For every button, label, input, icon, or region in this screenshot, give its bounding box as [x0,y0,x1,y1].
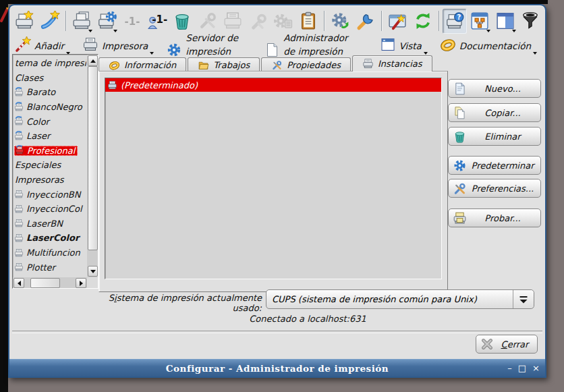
scroll-right-button[interactable] [76,278,86,288]
scroll-down-button[interactable] [88,266,98,277]
tools-icon [271,59,283,71]
printer-icon [14,262,25,272]
sidebar-item-label: InyeccionCol [26,204,82,214]
printer-photo-icon [82,36,98,53]
toolbar-button-add-printer-wizard[interactable] [12,9,36,34]
toolbar-button-printer-settings[interactable] [94,9,119,34]
new-document-icon [453,82,467,96]
filter-icon [520,11,540,31]
toolbar-separator [65,11,66,31]
minimize-button[interactable]: – [507,364,512,372]
scroll-up-button[interactable] [88,55,98,66]
footer-separator [12,331,542,333]
sidebar-item-plotter[interactable]: Plotter [14,260,86,275]
instance-row-predeterminado[interactable]: (Predeterminado) [105,78,441,92]
toolbar-button-refresh[interactable] [410,9,434,34]
printer-tree[interactable]: tema de impresiónClases Barato BlancoNeg… [12,54,98,289]
action-button-probar[interactable]: Probar... [448,208,541,227]
sidebar-item-impresoras[interactable]: Impresoras [14,173,86,188]
toolbar-button-filter[interactable] [518,9,542,34]
tab-label: Información [124,60,176,70]
menu-documentacion[interactable]: Documentación [440,36,542,54]
column-view-icon [495,11,515,31]
sidebar-item-blanconegro[interactable]: BlancoNegro [14,100,86,115]
close-dialog-button[interactable]: Cerrar [476,335,538,354]
sidebar-item-label: Especiales [15,160,61,170]
copy-icon [453,106,467,120]
sidebar-item-label: Color [26,117,49,127]
action-button-eliminar[interactable]: Eliminar [448,127,541,146]
window-titlebar[interactable]: Configurar - Administrador de impresión … [9,359,545,376]
close-x-icon [480,337,497,351]
tab-propiedades[interactable]: Propiedades [261,57,351,72]
tab-instancias[interactable]: Instancias [352,55,432,72]
backdrop-left [0,0,8,392]
action-button-predeterminar[interactable]: Predeterminar [448,156,541,175]
horizontal-scroll-thumb[interactable] [30,278,60,288]
menu-anadir[interactable]: Añadir [15,36,76,54]
print-system-combobox[interactable]: CUPS (sistema de impresión común para Un… [266,289,534,309]
menu-caret-icon [424,52,428,55]
button-label: Preferencias... [469,184,536,194]
sidebar-item-label: Barato [26,87,55,97]
action-button-copiar[interactable]: Copiar... [448,103,541,122]
tab-label: Instancias [378,59,422,69]
tab-label: Trabajos [213,60,250,70]
printer-class-icon [14,117,25,126]
combobox-dropdown-button[interactable] [513,290,534,308]
scroll-left-button[interactable] [13,278,24,288]
configure-server-icon [330,11,350,31]
sidebar-horizontal-scrollbar[interactable] [13,277,87,288]
sidebar-item-label: Impresoras [15,175,64,185]
toolbar-button-add-special-printer[interactable] [37,9,61,34]
toolbar-separator [324,11,325,31]
sidebar-item-color[interactable]: Color [14,114,86,129]
sidebar-item-barato[interactable]: Barato [14,85,86,100]
sidebar-item-clases[interactable]: Clases [14,71,86,86]
toolbar-button-column-view[interactable] [492,9,517,34]
menu-caret-icon [150,52,154,55]
sidebar-item-inyeccionbn[interactable]: InyeccionBN [14,187,86,202]
maximize-button[interactable]: □ [518,364,526,372]
svg-text:-1-: -1- [124,16,140,28]
menu-vista[interactable]: Vista [380,36,433,54]
close-button[interactable]: × [532,364,540,372]
combo-arrow-icon [518,295,529,304]
action-button-nuevo[interactable]: Nuevo... [448,79,541,98]
tab-informacion[interactable]: Información [98,57,186,72]
instances-list[interactable]: (Predeterminado) [105,78,442,279]
printer-icon [14,219,25,228]
sidebar-item-label: InyeccionBN [26,190,81,200]
sidebar-item-label: Clases [15,73,43,83]
tab-label: Propiedades [287,60,341,70]
action-button-preferencias[interactable]: Preferencias... [448,179,541,198]
sidebar-item-multifuncion[interactable]: Multifuncion [14,246,86,260]
toolbar-button-print-documents[interactable] [69,9,94,34]
menu-impresora[interactable]: Impresora [82,36,159,54]
lifesaver-icon [109,59,120,71]
refresh-icon [413,11,433,31]
tools-icon [453,181,467,196]
printer-class-icon [14,88,25,97]
toolbar-button-tree-view[interactable] [468,9,492,34]
window-controls: –□× [507,360,540,376]
sidebar-item-tema-de-impresion[interactable]: tema de impresión [14,56,86,71]
printer-instance-icon [107,80,117,90]
window-title: Configurar - Administrador de impresión [9,363,545,374]
tab-trabajos[interactable]: Trabajos [188,57,260,72]
tab-bar: InformaciónTrabajosPropiedades Instancia… [98,55,434,72]
sidebar-item-lasercolor[interactable]: LaserColor [14,231,86,246]
vertical-scroll-thumb[interactable] [88,66,98,250]
sidebar-item-laserbn[interactable]: LaserBN [14,217,86,231]
close-button-label: Cerrar [497,339,533,349]
sidebar-item-profesional[interactable]: Profesional [14,144,86,159]
sidebar-vertical-scrollbar[interactable] [87,55,98,277]
folder-icon [198,59,209,71]
sidebar-item-label: LaserColor [26,233,79,243]
toolbar-button-printer-info[interactable]: ? [443,9,467,34]
sidebar-item-inyeccioncol[interactable]: InyeccionCol [14,202,86,217]
toolbar-button-wizard-image[interactable] [385,9,410,34]
sidebar-item-laser[interactable]: Laser [14,129,86,144]
sidebar-item-label: tema de impresión [15,58,86,68]
sidebar-item-especiales[interactable]: Especiales [14,158,86,173]
